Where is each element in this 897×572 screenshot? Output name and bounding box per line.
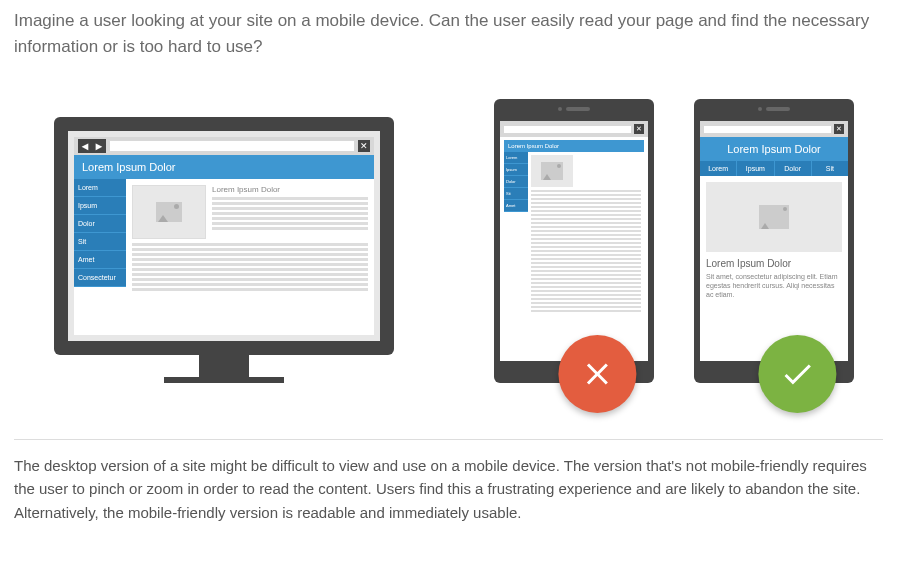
text-lines [531, 190, 641, 312]
page-header: Lorem Ipsum Dolor [700, 137, 848, 161]
phone-not-friendly: ✕ Lorem Ipsum Dolor Lorem Ipsum Dolor Si… [494, 99, 654, 383]
body-text: Sit amet, consectetur adipiscing elit. E… [700, 272, 848, 299]
nav-arrows-icon: ◄► [78, 139, 106, 153]
page-header: Lorem Ipsum Dolor [74, 155, 374, 179]
desktop-monitor: ◄► ✕ Lorem Ipsum Dolor Lorem Ipsum Dolor… [54, 117, 394, 383]
url-bar [110, 141, 354, 151]
sidebar-item: Ipsum [74, 197, 126, 215]
divider [14, 439, 883, 440]
sidebar-item: Sit [74, 233, 126, 251]
text-lines [212, 197, 368, 230]
url-bar [504, 126, 631, 133]
page-header: Lorem Ipsum Dolor [504, 140, 644, 152]
close-icon: ✕ [834, 124, 844, 134]
tab: Dolor [775, 161, 812, 176]
tab: Sit [812, 161, 848, 176]
sidebar-item: Dolor [74, 215, 126, 233]
article-title: Lorem Ipsum Dolor [700, 258, 848, 272]
caption-text: The desktop version of a site might be d… [14, 454, 883, 524]
pass-badge [758, 335, 836, 413]
tabs: Lorem Ipsum Dolor Sit [700, 161, 848, 176]
tab: Lorem [700, 161, 737, 176]
image-placeholder-icon [531, 155, 573, 187]
devices-row: ◄► ✕ Lorem Ipsum Dolor Lorem Ipsum Dolor… [14, 99, 883, 383]
phone-friendly: ✕ Lorem Ipsum Dolor Lorem Ipsum Dolor Si… [694, 99, 854, 383]
x-icon [579, 356, 615, 392]
image-placeholder-icon [132, 185, 206, 239]
sidebar-item: Amet [74, 251, 126, 269]
sidebar-nav: Lorem Ipsum Dolor Sit Amet [504, 152, 528, 317]
sidebar-item: Consectetur [74, 269, 126, 287]
mini-browser-desktop: ◄► ✕ Lorem Ipsum Dolor Lorem Ipsum Dolor… [74, 137, 374, 335]
tab: Ipsum [737, 161, 774, 176]
sidebar-nav: Lorem Ipsum Dolor Sit Amet Consectetur [74, 179, 126, 335]
paragraph-lines [132, 243, 368, 293]
close-icon: ✕ [358, 140, 370, 152]
close-icon: ✕ [634, 124, 644, 134]
intro-text: Imagine a user looking at your site on a… [14, 8, 883, 59]
check-icon [779, 356, 815, 392]
sidebar-item: Lorem [74, 179, 126, 197]
article-title: Lorem Ipsum Dolor [212, 185, 368, 194]
fail-badge [558, 335, 636, 413]
image-placeholder-icon [706, 182, 842, 252]
url-bar [704, 126, 831, 133]
